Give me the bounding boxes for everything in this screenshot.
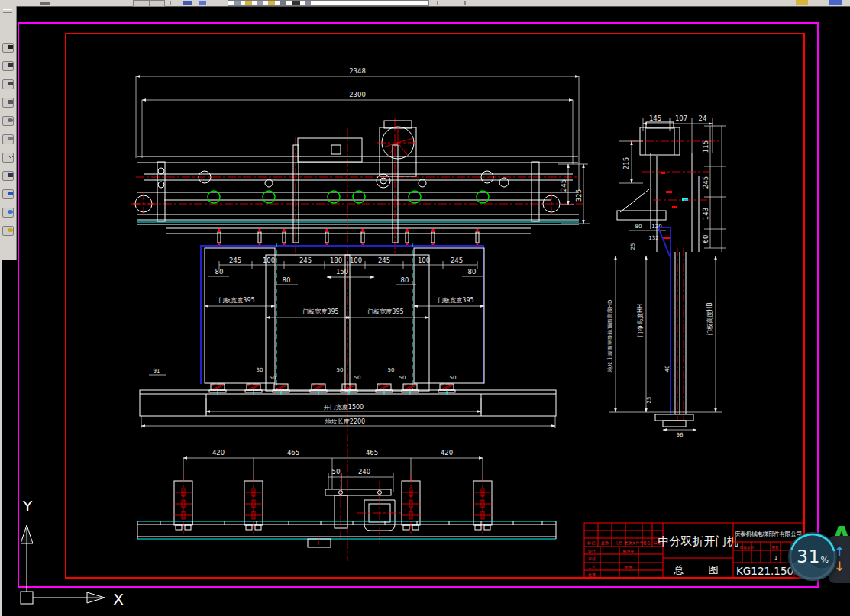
dim-label: 50: [332, 468, 341, 476]
dim-label: 50: [450, 375, 457, 381]
bottom-view: 420 465 465 420 50 240: [137, 449, 556, 547]
toolbar-icon-stub[interactable]: [268, 1, 275, 5]
sill-length-label: 地坎长度2200: [325, 418, 365, 425]
zoom-percent-value: 31: [797, 547, 820, 566]
dim-label: 420: [441, 449, 453, 456]
polyline-icon[interactable]: [2, 79, 14, 89]
text-icon[interactable]: [2, 171, 14, 181]
dim-label: 325: [575, 189, 583, 202]
height-label-hd: 地坎上表面至导轨顶面高度HD: [607, 300, 613, 373]
ucs-icon: Y X: [21, 497, 124, 608]
hatch-icon[interactable]: [2, 153, 14, 163]
dim-label: 100: [418, 256, 430, 264]
tb-role-label: 工艺: [588, 565, 596, 569]
drawing-subtitle: 图: [709, 564, 719, 576]
dim-label: 180: [330, 256, 342, 264]
dim-label: 245: [229, 256, 241, 264]
dim-label: 2300: [349, 91, 366, 98]
toolbar-icon-stub[interactable]: [305, 1, 311, 5]
top-toolbar: [0, 0, 850, 7]
toolbar-icon-stub[interactable]: [796, 0, 808, 5]
pan-icon[interactable]: [2, 226, 14, 236]
dim-label: 150: [336, 268, 348, 276]
dim-label: 80: [468, 268, 477, 276]
dim-label: 40: [664, 366, 671, 373]
dim-label: 245: [560, 179, 567, 192]
toolbar-button-stub[interactable]: [133, 0, 150, 7]
dim-label: 245: [299, 256, 312, 264]
dim-label: 91: [154, 368, 160, 374]
draw-toolbar: [0, 6, 17, 260]
drawing-title: 中分双折开门机: [658, 534, 738, 548]
toolbar-icon-stub[interactable]: [829, 0, 842, 5]
tb-rev-label: 标记: [587, 540, 595, 546]
toolbar-icon-stub[interactable]: [257, 1, 263, 5]
dim-label: 80: [283, 276, 291, 284]
panel-width-label: 门板宽度395: [218, 297, 254, 304]
tb-rev-label: 处数: [601, 540, 609, 546]
dimension-icon[interactable]: [2, 189, 14, 199]
toolbar-icon-stub[interactable]: [40, 2, 50, 5]
tb-rev-label: 分区: [615, 540, 622, 545]
ucs-y-label: Y: [22, 497, 33, 515]
paper-space-border: [18, 23, 818, 587]
dim-label: 245: [378, 256, 390, 264]
dim-label: 96: [677, 432, 684, 438]
drawing-frame: [66, 34, 804, 578]
toolbar-icon-stub[interactable]: [199, 1, 206, 5]
zoom-level-badge[interactable]: 31 %: [788, 532, 837, 581]
line-icon[interactable]: [2, 61, 14, 71]
company-name: 庆泰机械电梯部件有限公司: [735, 531, 802, 537]
motor-plan: [325, 469, 403, 543]
tb-role-label: 标准化: [622, 549, 635, 554]
zoom-icon[interactable]: [2, 208, 14, 218]
toolbar-button-stub[interactable]: [150, 0, 165, 7]
dim-label: 50: [388, 367, 395, 373]
height-label-hh: 门净高度HH: [637, 304, 644, 337]
tb-role-label: 审核: [588, 556, 596, 561]
tb-stage-label: 阶段标记: [740, 545, 755, 550]
side-view: 145 107 24 215 115 245 143: [607, 114, 726, 438]
dim-label: 50: [337, 367, 344, 373]
dim-label: 60: [702, 235, 709, 243]
dim-label: 420: [212, 449, 225, 456]
dim-label: 245: [702, 176, 709, 189]
toolbar-icon-stub[interactable]: [183, 1, 192, 5]
title-block: 标记 处数 分区 更改文件号 签名 日期 设计 审核 工艺 批准 标准化 批准 …: [584, 523, 816, 578]
circle-icon[interactable]: [2, 116, 14, 126]
dim-label: 132: [648, 235, 658, 241]
toolbar-icon-stub[interactable]: [292, 1, 300, 5]
dim-label: 50: [399, 375, 406, 381]
select-icon[interactable]: [2, 43, 14, 53]
panel-width-label: 门板宽度395: [438, 297, 473, 304]
dim-label: 80: [215, 268, 224, 276]
toolbar-icon-stub[interactable]: [234, 1, 241, 5]
zoom-percent-sign: %: [820, 555, 828, 565]
toolbar-icon-stub[interactable]: [280, 1, 286, 5]
tb-role-label: 批准: [625, 565, 632, 570]
tb-stage-label: 重量: [772, 545, 780, 550]
opening-width-label: 开门宽度1500: [324, 404, 364, 411]
tb-scale-value: 1: [774, 555, 777, 561]
toolbar-grip[interactable]: [3, 9, 12, 13]
dim-label: 100: [263, 256, 275, 264]
toolbar-separator: [170, 1, 171, 5]
dim-label: 25: [646, 397, 652, 404]
toolbar-icon-stub[interactable]: [245, 1, 252, 5]
dim-label: 25: [630, 243, 636, 250]
sill-view: 91 30 50 50 50 50 50 50 开门宽度1500 地坎长度220…: [140, 367, 556, 428]
toolbar-separator: [437, 1, 438, 5]
rectangle-icon[interactable]: [2, 98, 14, 108]
dim-label: 115: [702, 140, 709, 153]
dim-label: 30: [257, 367, 263, 373]
dim-label: 465: [366, 449, 378, 456]
cad-canvas[interactable]: 2348 2300: [0, 0, 850, 616]
drawing-subtitle: 总: [674, 564, 684, 576]
arc-icon[interactable]: [2, 134, 14, 144]
toolbar-field-stub[interactable]: [228, 0, 429, 6]
dim-label: 240: [358, 468, 370, 476]
panel-width-label: 门板宽度395: [302, 308, 338, 315]
dim-label: 465: [287, 449, 299, 456]
dim-label: 50: [270, 375, 276, 381]
dim-label: 50: [354, 375, 361, 381]
